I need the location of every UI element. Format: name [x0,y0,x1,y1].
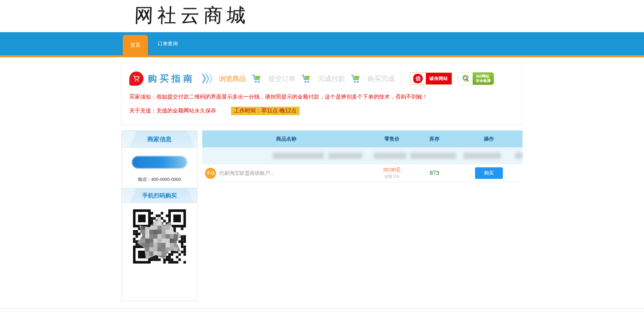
product-price: 20.00元 [371,167,414,173]
blurred-notice-row [202,147,523,164]
product-name: 代刷淘宝联盟高级账户... [219,170,274,176]
site-header: 网社云商城 [0,0,644,32]
cart-step-icon [351,74,362,84]
guide-step-pay: 完成付款 [318,74,345,83]
guide-step-browse: 浏览商品 [219,74,246,83]
main-navbar: 首页 订单查询 [0,32,644,57]
buyer-notice: 买家须知：假如提交付款二维码的界面显示多出一分钱，请按照提示的金额付款，这个是辨… [129,93,515,101]
phone-label: 电话：400-0000-0000 [122,176,197,183]
page: 网社云商城 首页 订单查询 购买指南 [0,0,644,312]
safe-360-line2: 安全检测 [476,79,491,83]
contact-qq-button[interactable] [132,156,187,168]
header-action: 操作 [455,136,523,142]
header-product-name: 商品名称 [202,136,371,142]
header-stock: 库存 [414,136,455,142]
credit-icon: 信 [413,74,423,83]
cart-step-icon [251,74,263,84]
merchant-sidebar: 商家信息 电话：400-0000-0000 手机扫码购买 [121,130,197,301]
buy-button[interactable]: 购买 [475,167,503,179]
recharge-notice: 关于充值：充值的金额网站永久保存 [129,107,216,115]
page-footer [0,308,644,312]
product-row: 手动 代刷淘宝联盟高级账户... 20.00元 销量156 873 购买 [202,164,523,182]
guide-title: 购买指南 [148,72,195,85]
qr-code [133,209,186,264]
magnifier-icon [458,72,473,85]
header-retail-price: 零售价 [371,136,414,142]
cart-step-icon [301,74,312,84]
triple-chevron-icon [201,74,213,83]
credit-site-badge[interactable]: 信 诚信网站 [410,72,452,85]
divider [401,71,402,86]
qr-section-title: 手机扫码购买 [122,188,197,203]
purchase-guide-panel: 购买指南 浏览商品 提交订 [121,63,523,125]
merchant-info-title: 商家信息 [122,131,197,148]
safe-360-line1: 360网站 [476,74,491,79]
cart-badge-icon [129,71,144,86]
nav-tab-home[interactable]: 首页 [123,35,148,55]
product-sales: 销量156 [371,174,414,180]
product-table: 商品名称 零售价 库存 操作 手动 代刷淘宝联盟高级账户... [202,130,523,182]
guide-step-complete: 购买完成 [367,74,395,83]
product-stock: 873 [414,170,455,176]
guide-step-submit-order: 提交订单 [268,74,296,83]
table-header-row: 商品名称 零售价 库存 操作 [202,130,523,147]
nav-tab-order-query[interactable]: 订单查询 [148,32,187,55]
credit-badge-label: 诚信网站 [426,73,452,84]
safe-360-badge[interactable]: 360网站 安全检测 [458,72,494,85]
work-hours-highlight: 工作时间：早11点-晚12点 [231,107,300,115]
site-logo: 网社云商城 [134,3,250,28]
manual-badge: 手动 [205,168,216,179]
